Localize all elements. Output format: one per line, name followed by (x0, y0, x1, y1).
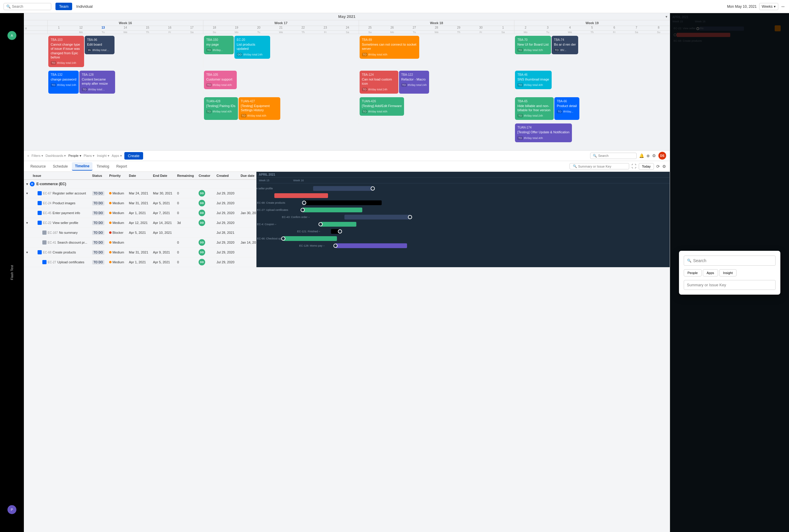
kanban-card-tuan174[interactable]: TUAN-174 [Testing] Offer Update & Notifi… (515, 124, 572, 142)
status-badge: TO DO (92, 221, 104, 225)
sub-navigation: Resource Schedule Timeline Timelog Repor… (24, 161, 670, 172)
gantt-circle (333, 244, 338, 248)
row-toggle[interactable]: ▾ (26, 221, 28, 225)
kanban-card-tba65[interactable]: TBA-65 Hide billable and non-billable fo… (515, 97, 554, 120)
col-remaining: Remaining (175, 172, 196, 179)
kanban-card-tba132[interactable]: TBA-132 change password TO8h/day total:2… (48, 71, 79, 94)
tab-team[interactable]: Team (56, 3, 72, 10)
kanban-card-tba128[interactable]: TBA-128 Content became empty after resiz… (79, 71, 115, 94)
tab-individual[interactable]: Individual (73, 3, 96, 10)
refresh-icon[interactable]: ⟳ (656, 164, 660, 169)
calendar-section: May 2021 ▾ Week 16 Week 17 Week 18 Week … (24, 13, 670, 150)
kanban-card-tba105[interactable]: TBA-105 Customer support TO8h/day total:… (204, 71, 237, 89)
week-header-19: Week 19 (514, 20, 670, 26)
gantt-week16: Week 16 (293, 179, 304, 182)
kanban-card-tba66[interactable]: TBA-66 Product detail TO8h/day... (554, 97, 579, 120)
kanban-card-tba46[interactable]: TBA-46 SNS thumbnail image TO8h/day tota… (515, 71, 551, 89)
insight-dropdown[interactable]: Insight ▾ (97, 154, 109, 158)
kanban-card-tba89[interactable]: TBA-89 Sometimes can not connect to sock… (360, 36, 419, 59)
modal-issue-search[interactable] (684, 280, 775, 290)
end-date-cell: Mar 30, 2021 (151, 188, 175, 198)
kanban-card-tuan426[interactable]: TUAN-426 [Testing] Add/Edit Firmware TO8… (360, 97, 404, 116)
apps-dropdown[interactable]: Apps ▾ (112, 154, 122, 158)
issue-search-box[interactable]: 🔍 (570, 163, 629, 169)
nav-search-icon: 🔍 (593, 154, 597, 158)
gantt-bar (274, 193, 328, 198)
search-overlay: 🔍 People Apps Insight (670, 13, 789, 532)
user-avatar-nav[interactable]: DS (658, 152, 666, 159)
subnav-timelog[interactable]: Timelog (94, 163, 112, 170)
priority-cell: Medium (109, 260, 124, 264)
avatar-2: P (7, 505, 16, 514)
fullscreen-icon[interactable]: ⛶ (632, 164, 636, 169)
kanban-card-tba124[interactable]: TBA-124 Can not load custom icon TO8h/da… (360, 71, 398, 94)
modal-tab-people[interactable]: People (684, 269, 701, 277)
status-badge: TO DO (92, 240, 104, 245)
gantt-circle (301, 208, 305, 212)
bell-icon[interactable]: 🔔 (639, 153, 644, 158)
search-modal: 🔍 People Apps Insight (679, 251, 781, 294)
issue-title: No summary (59, 231, 78, 234)
modal-search-input[interactable] (693, 258, 772, 263)
subnav-timeline[interactable]: Timeline (72, 162, 92, 171)
row-toggle[interactable]: ▾ (26, 191, 28, 195)
top-navigation: 🔍 Team Individual Mon May 10, 2021 Weeks… (0, 0, 789, 13)
gantt-bar (283, 236, 337, 241)
status-badge: TO DO (92, 260, 104, 265)
priority-cell: Medium (109, 221, 124, 225)
filters-dropdown[interactable]: Filters ▾ (32, 154, 43, 158)
project-label: E-commerce (EC) (36, 182, 66, 186)
subnav-resource[interactable]: Resource (27, 163, 49, 170)
month-label: May 2021 (187, 14, 507, 19)
collapse-icon[interactable]: ▾ (666, 15, 667, 19)
nav-dots: ≡ (27, 154, 29, 157)
kanban-card-tuan427[interactable]: TUAN-427 [Testing] Equipment Settings Hi… (238, 97, 280, 120)
gantt-bar (313, 186, 373, 191)
top-search-box[interactable]: 🔍 (4, 3, 51, 10)
dashboards-dropdown[interactable]: Dashboards ▾ (45, 154, 66, 158)
kanban-card-tba96[interactable]: TBA-96 Edit board IN 8h/day total:... (85, 36, 115, 54)
col-status: Status (90, 172, 107, 179)
plans-dropdown[interactable]: Plans ▾ (84, 154, 95, 158)
left-sidebar: A Flash Test P (0, 13, 24, 532)
project-group-row: ▾ E E-commerce (EC) (24, 179, 256, 188)
filter-icon[interactable]: ⚙ (662, 164, 666, 169)
nav-search-input[interactable] (598, 154, 634, 157)
nav-search-box[interactable]: 🔍 (590, 153, 637, 159)
group-expand-icon[interactable]: ▾ (26, 182, 28, 186)
people-dropdown[interactable]: People ▾ (68, 154, 81, 158)
row-toggle[interactable]: ▾ (26, 250, 28, 254)
issue-key: EC-41 (48, 241, 56, 244)
modal-tab-insight[interactable]: Insight (719, 269, 736, 277)
subnav-schedule[interactable]: Schedule (50, 163, 71, 170)
status-badge: TO DO (92, 201, 104, 206)
cards-row-3: TUAN-428 [Testing] Pairing IDs TO8h/day … (24, 95, 670, 122)
weeks-selector[interactable]: Weeks ▾ (759, 3, 778, 10)
top-search-input[interactable] (12, 4, 49, 8)
create-button[interactable]: Create (124, 152, 143, 159)
plus-circle-icon[interactable]: ⊕ (647, 154, 650, 158)
expand-icon[interactable]: ↔ (781, 4, 785, 9)
kanban-card-ec20[interactable]: EC-20 List products updated DO8h/day tot… (234, 36, 270, 59)
kanban-card-tba103[interactable]: TBA-103 Cannot change type of issue if i… (48, 36, 84, 67)
subnav-report[interactable]: Report (113, 163, 130, 170)
creator-avatar: DD (198, 200, 205, 206)
issue-search-input[interactable] (578, 165, 626, 168)
gantt-bar (304, 201, 382, 205)
kanban-card-tuan428[interactable]: TUAN-428 [Testing] Pairing IDs TO8h/day … (204, 97, 238, 120)
modal-tab-apps[interactable]: Apps (703, 269, 718, 277)
gantt-circle (408, 215, 412, 219)
modal-issue-input[interactable] (687, 283, 772, 287)
cards-row-2: TBA-132 change password TO8h/day total:2… (24, 69, 670, 95)
gantt-circle (302, 201, 306, 205)
today-button[interactable]: Today (639, 163, 654, 170)
kanban-card-tba150[interactable]: TBA-150 my page TO8h/day... (204, 36, 234, 54)
kanban-card-tba74[interactable]: TBA-74 Bo ar d ren der TO8h/... (552, 36, 578, 54)
settings-icon[interactable]: ⚙ (652, 153, 656, 158)
creator-avatar: DD (198, 249, 205, 255)
gantt-row: EC-4: Coupon→ (256, 221, 670, 228)
sub-nav-right: 🔍 ⛶ Today ⟳ ⚙ (570, 163, 666, 170)
kanban-card-tba122[interactable]: TBA-122 Refactor - Macro TO8h/day total:… (399, 71, 429, 94)
kanban-card-tba70[interactable]: TBA-70 New UI for Board List TO8h/day to… (515, 36, 551, 54)
modal-search-box[interactable]: 🔍 (684, 255, 775, 266)
